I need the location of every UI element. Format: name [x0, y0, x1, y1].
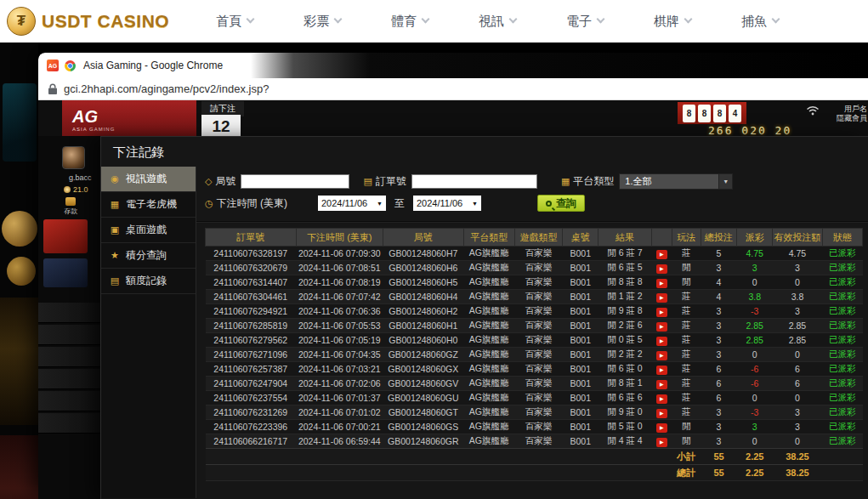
platform-cell: AG旗艦廳: [463, 275, 514, 290]
nav-item-label: 電子: [566, 14, 592, 30]
table-number-cell: B001: [563, 377, 599, 391]
nav-item-home[interactable]: 首頁: [216, 14, 253, 30]
game-cell: 百家樂: [514, 348, 562, 362]
replay-play-icon[interactable]: ▶: [656, 308, 667, 317]
play-type-cell: 莊: [672, 333, 701, 348]
valid-bet-cell: 3: [773, 304, 822, 319]
chevron-down-icon: [772, 15, 780, 24]
replay-play-icon[interactable]: ▶: [656, 279, 667, 288]
replay-play-icon[interactable]: ▶: [656, 423, 667, 433]
window-title: Asia Gaming - Google Chrome: [83, 60, 223, 71]
nav-item-video[interactable]: 視訊: [479, 14, 516, 30]
sidebar-item-slots[interactable]: ▦電子老虎機: [101, 192, 196, 218]
order-cell: 241106076247904: [206, 377, 297, 391]
replay-cell: ▶: [651, 420, 672, 434]
site-header: ₮ USDT CASINO 首頁彩票體育視訊電子棋牌捕魚: [0, 0, 868, 43]
slots-icon: ▦: [110, 199, 120, 210]
round-cell: GB001248060GU: [383, 391, 463, 405]
status-cell: 已派彩: [822, 290, 862, 304]
nav-item-board-games[interactable]: 棋牌: [654, 14, 691, 30]
site-logo[interactable]: ₮ USDT CASINO: [7, 7, 169, 36]
platform-cell: AG旗艦廳: [463, 434, 514, 449]
status-cell: 已派彩: [822, 377, 862, 391]
sidebar-item-video-games[interactable]: ◉視訊遊戲: [101, 167, 196, 192]
replay-play-icon[interactable]: ▶: [656, 366, 667, 375]
sidebar-item-table-games[interactable]: ▣桌面遊戲: [101, 218, 196, 243]
window-titlebar[interactable]: AG Asia Gaming - Google Chrome: [38, 53, 868, 78]
total-bet-cell: 3: [701, 304, 736, 319]
payout-cell: 2.85: [737, 319, 773, 333]
promo-image[interactable]: [43, 219, 88, 253]
lobby-menu-row[interactable]: [38, 391, 100, 411]
replay-play-icon[interactable]: ▶: [656, 394, 667, 404]
promo-image[interactable]: [43, 258, 88, 287]
total-bet-cell: 3: [701, 319, 736, 333]
payout-cell: -6: [737, 377, 773, 391]
total-payout: 2.25: [737, 465, 773, 481]
lobby-menu-row[interactable]: [38, 347, 100, 367]
url-text[interactable]: gci.2hhapi.com/agingame/pcv2/index.jsp?: [64, 82, 269, 95]
replay-play-icon[interactable]: ▶: [656, 250, 667, 259]
payout-cell: 0: [737, 434, 773, 449]
replay-play-icon[interactable]: ▶: [656, 264, 667, 274]
avatar[interactable]: [62, 146, 85, 169]
nav-item-sports[interactable]: 體育: [391, 14, 428, 30]
sidebar-item-label: 視訊遊戲: [126, 172, 167, 186]
gold-coin-art: [7, 257, 36, 286]
order-cell: 241106076320679: [206, 261, 297, 275]
date-from-picker[interactable]: 2024/11/06 ▼: [318, 196, 386, 211]
lobby-menu-row[interactable]: [38, 369, 100, 389]
play-type-cell: 閒: [672, 275, 701, 290]
table-row: 2411060762312692024-11-06 07:01:02GB0012…: [206, 405, 863, 420]
replay-play-icon[interactable]: ▶: [656, 409, 667, 418]
replay-play-icon[interactable]: ▶: [656, 351, 667, 360]
game-cell: 百家樂: [514, 304, 562, 319]
play-type-cell: 莊: [672, 304, 701, 319]
replay-play-icon[interactable]: ▶: [656, 293, 667, 303]
game-cell: 百家樂: [514, 391, 562, 405]
valid-bet-cell: 2.85: [773, 319, 822, 333]
table-number-cell: B001: [563, 348, 599, 362]
nav-item-label: 棋牌: [654, 14, 679, 30]
platform-type-select[interactable]: 1.全部 ▼: [619, 173, 733, 190]
records-side-menu: ◉視訊遊戲▦電子老虎機▣桌面遊戲★積分查詢▤額度記錄: [101, 167, 196, 498]
subtotal-label: 小計: [672, 449, 701, 465]
lobby-menu-row[interactable]: [38, 325, 100, 345]
order-cell: 241106076271096: [206, 348, 297, 362]
round-cell: GB001248060H4: [383, 290, 463, 304]
replay-cell: ▶: [651, 348, 672, 362]
lobby-menu-row[interactable]: [38, 303, 100, 323]
round-cell: GB001248060GX: [383, 362, 463, 377]
total-bet-cell: 4: [701, 275, 736, 290]
records-main: ◇ 局號 ▤ 訂單號 ▦ 平台類型: [196, 167, 868, 498]
total-bet-cell: 4: [701, 290, 736, 304]
order-number-input[interactable]: [411, 174, 537, 189]
time-cell: 2024-11-06 07:05:53: [296, 319, 383, 333]
nav-item-fishing[interactable]: 捕魚: [741, 14, 779, 30]
search-button[interactable]: 查詢: [537, 195, 585, 212]
url-bar[interactable]: gci.2hhapi.com/agingame/pcv2/index.jsp?: [38, 78, 868, 100]
nav-item-lottery[interactable]: 彩票: [304, 14, 341, 30]
lobby-menu-row[interactable]: [38, 413, 100, 434]
nav-item-electronic[interactable]: 電子: [566, 14, 604, 30]
deposit-button[interactable]: 存款: [64, 197, 77, 216]
sidebar-item-credit-records[interactable]: ▤額度記錄: [101, 269, 196, 294]
replay-play-icon[interactable]: ▶: [656, 438, 667, 447]
date-to-picker[interactable]: 2024/11/06 ▼: [413, 196, 481, 211]
lobby-strip: g.bacc 21.0 存款: [38, 136, 100, 499]
table-number-cell: B001: [563, 405, 599, 420]
result-cell: 閒 6 莊 0: [599, 362, 651, 377]
round-cell: GB001248060GZ: [383, 348, 463, 362]
total-bet: 55: [701, 465, 736, 481]
replay-play-icon[interactable]: ▶: [656, 322, 667, 332]
platform-type-value: 1.全部: [625, 175, 651, 188]
credit-records-icon: ▤: [110, 275, 120, 286]
replay-play-icon[interactable]: ▶: [656, 380, 667, 389]
ag-favicon: AG: [47, 60, 59, 71]
replay-cell: ▶: [651, 247, 672, 261]
round-number-input[interactable]: [241, 174, 349, 189]
sidebar-item-points-query[interactable]: ★積分查詢: [101, 243, 196, 269]
replay-play-icon[interactable]: ▶: [656, 337, 667, 346]
dropdown-arrow-icon: ▼: [377, 201, 383, 207]
replay-cell: ▶: [651, 261, 672, 275]
